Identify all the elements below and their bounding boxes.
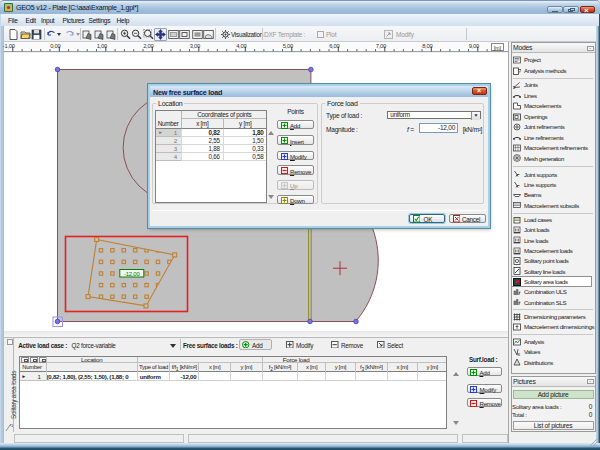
svg-text:-12,00: -12,00 bbox=[124, 271, 140, 277]
